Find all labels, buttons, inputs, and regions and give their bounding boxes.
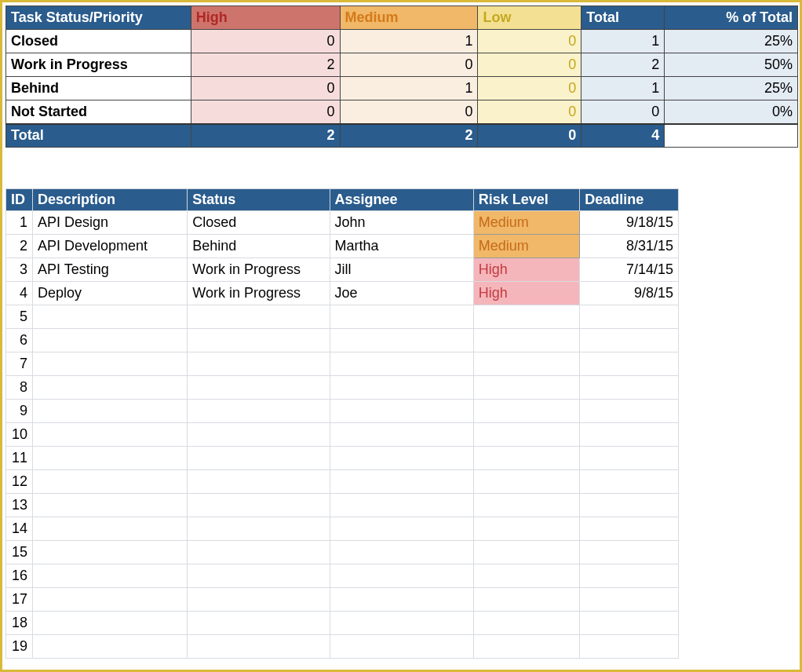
task-cell-status[interactable]: Work in Progress (188, 282, 330, 305)
task-cell-id[interactable]: 12 (6, 470, 33, 494)
task-cell-id[interactable]: 6 (6, 329, 33, 352)
task-cell-id[interactable]: 13 (6, 494, 33, 517)
task-cell-deadline[interactable]: 9/8/15 (580, 282, 679, 305)
task-cell-status[interactable] (188, 376, 330, 400)
summary-cell-total[interactable]: 2 (581, 53, 665, 77)
task-cell-id[interactable]: 19 (6, 635, 33, 659)
task-cell-deadline[interactable]: 8/31/15 (580, 235, 679, 258)
task-cell-description[interactable] (32, 305, 187, 329)
task-cell-description[interactable] (32, 564, 187, 588)
task-cell-description[interactable] (32, 517, 187, 541)
task-cell-assignee[interactable] (330, 635, 473, 659)
task-cell-description[interactable] (32, 494, 187, 517)
task-cell-status[interactable]: Behind (188, 235, 330, 258)
summary-cell-medium[interactable]: 1 (340, 77, 478, 100)
task-cell-deadline[interactable] (580, 588, 679, 612)
task-cell-risk[interactable] (473, 635, 580, 659)
task-cell-id[interactable]: 8 (6, 376, 33, 400)
task-cell-description[interactable] (32, 470, 187, 494)
task-cell-description[interactable] (32, 541, 187, 564)
task-cell-description[interactable] (32, 635, 187, 659)
summary-cell-total[interactable]: 1 (581, 30, 665, 53)
summary-cell-high[interactable]: 2 (191, 53, 340, 77)
task-cell-deadline[interactable]: 7/14/15 (580, 258, 679, 282)
task-cell-risk[interactable] (473, 329, 580, 352)
task-cell-status[interactable] (188, 470, 330, 494)
task-cell-description[interactable]: API Development (32, 235, 187, 258)
task-cell-id[interactable]: 5 (6, 305, 33, 329)
task-cell-risk[interactable] (473, 400, 580, 423)
summary-cell-total[interactable]: 1 (581, 77, 665, 100)
task-cell-deadline[interactable] (580, 423, 679, 447)
task-cell-description[interactable] (32, 447, 187, 470)
task-cell-risk[interactable]: High (473, 258, 580, 282)
task-cell-deadline[interactable] (580, 329, 679, 352)
task-cell-description[interactable] (32, 400, 187, 423)
task-cell-id[interactable]: 9 (6, 400, 33, 423)
task-cell-assignee[interactable]: Martha (330, 235, 473, 258)
task-cell-status[interactable] (188, 352, 330, 376)
task-cell-deadline[interactable] (580, 376, 679, 400)
task-cell-id[interactable]: 18 (6, 612, 33, 635)
task-cell-assignee[interactable]: John (330, 211, 473, 235)
task-cell-description[interactable] (32, 352, 187, 376)
task-cell-status[interactable] (188, 494, 330, 517)
task-cell-risk[interactable] (473, 494, 580, 517)
task-cell-risk[interactable] (473, 352, 580, 376)
task-cell-status[interactable] (188, 329, 330, 352)
task-cell-risk[interactable] (473, 376, 580, 400)
summary-cell-low[interactable]: 0 (478, 30, 581, 53)
summary-cell-medium[interactable]: 0 (340, 53, 478, 77)
task-cell-deadline[interactable] (580, 541, 679, 564)
task-cell-status[interactable] (188, 612, 330, 635)
task-cell-description[interactable] (32, 612, 187, 635)
task-cell-deadline[interactable] (580, 470, 679, 494)
task-cell-id[interactable]: 17 (6, 588, 33, 612)
summary-cell-low[interactable]: 0 (478, 100, 581, 124)
task-cell-assignee[interactable] (330, 423, 473, 447)
task-cell-risk[interactable] (473, 517, 580, 541)
task-cell-risk[interactable] (473, 541, 580, 564)
task-cell-risk[interactable] (473, 564, 580, 588)
task-cell-deadline[interactable] (580, 305, 679, 329)
task-cell-deadline[interactable]: 9/18/15 (580, 211, 679, 235)
task-cell-assignee[interactable] (330, 612, 473, 635)
task-cell-assignee[interactable] (330, 564, 473, 588)
task-cell-risk[interactable]: Medium (473, 235, 580, 258)
task-cell-status[interactable] (188, 305, 330, 329)
task-cell-assignee[interactable] (330, 305, 473, 329)
task-cell-assignee[interactable] (330, 470, 473, 494)
task-cell-assignee[interactable] (330, 517, 473, 541)
task-cell-status[interactable]: Work in Progress (188, 258, 330, 282)
task-cell-risk[interactable] (473, 612, 580, 635)
task-cell-status[interactable]: Closed (188, 211, 330, 235)
task-cell-description[interactable]: API Design (32, 211, 187, 235)
task-cell-risk[interactable]: High (473, 282, 580, 305)
task-cell-status[interactable] (188, 517, 330, 541)
task-cell-status[interactable] (188, 635, 330, 659)
task-cell-status[interactable] (188, 564, 330, 588)
task-cell-id[interactable]: 14 (6, 517, 33, 541)
task-cell-status[interactable] (188, 541, 330, 564)
task-cell-description[interactable] (32, 423, 187, 447)
task-cell-description[interactable]: API Testing (32, 258, 187, 282)
task-cell-status[interactable] (188, 447, 330, 470)
task-cell-deadline[interactable] (580, 352, 679, 376)
task-cell-assignee[interactable] (330, 329, 473, 352)
summary-cell-high[interactable]: 0 (191, 77, 340, 100)
summary-cell-high[interactable]: 0 (191, 30, 340, 53)
task-cell-description[interactable] (32, 329, 187, 352)
summary-cell-pct[interactable]: 50% (665, 53, 798, 77)
task-cell-id[interactable]: 16 (6, 564, 33, 588)
task-cell-assignee[interactable] (330, 588, 473, 612)
task-cell-id[interactable]: 11 (6, 447, 33, 470)
task-cell-deadline[interactable] (580, 400, 679, 423)
task-cell-status[interactable] (188, 588, 330, 612)
task-cell-id[interactable]: 3 (6, 258, 33, 282)
summary-cell-total[interactable]: 0 (581, 100, 665, 124)
summary-cell-medium[interactable]: 0 (340, 100, 478, 124)
task-cell-deadline[interactable] (580, 635, 679, 659)
task-cell-risk[interactable] (473, 305, 580, 329)
task-cell-assignee[interactable]: Jill (330, 258, 473, 282)
task-cell-assignee[interactable] (330, 447, 473, 470)
